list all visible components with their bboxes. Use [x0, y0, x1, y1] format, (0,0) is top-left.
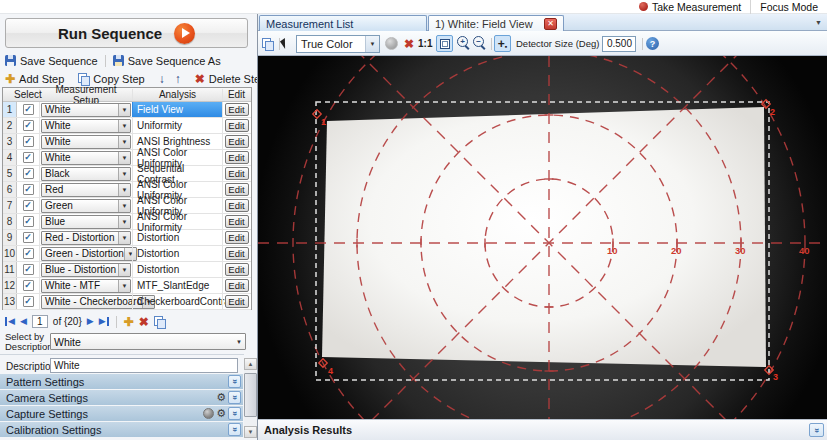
gear-icon[interactable]: ⚙ — [216, 408, 226, 419]
edit-button[interactable]: Edit — [225, 199, 249, 212]
next-page-button[interactable]: ▶ — [87, 317, 94, 326]
viewer-toolbar: True Color ▼ ✖ 1:1 +▪ Detector Size (Deg… — [258, 31, 827, 56]
checkbox[interactable]: ✓ — [23, 184, 34, 195]
pager-delete-button[interactable]: ✖ — [139, 316, 149, 328]
checkbox[interactable]: ✓ — [23, 120, 34, 131]
color-mode-dropdown[interactable]: True Color ▼ — [296, 35, 380, 53]
scroll-down-button[interactable]: ▼ — [244, 426, 257, 438]
page-number-input[interactable]: 1 — [32, 315, 48, 328]
edit-button[interactable]: Edit — [225, 279, 249, 292]
edit-button[interactable]: Edit — [225, 247, 249, 260]
tab-white-field-view[interactable]: 1) White: Field View ✕ — [428, 15, 564, 31]
scrollbar-thumb[interactable] — [244, 373, 257, 417]
edit-button[interactable]: Edit — [225, 231, 249, 244]
settings-section-header[interactable]: Pattern Settings» — [0, 374, 243, 389]
table-row[interactable]: 2✓White▼UniformityEdit — [3, 118, 251, 134]
probe-pointer-icon[interactable] — [280, 38, 290, 49]
chevron-double-icon[interactable]: » — [228, 423, 241, 436]
pager-add-button[interactable]: ✚ — [124, 316, 134, 328]
tab-measurement-list[interactable]: Measurement List — [259, 15, 427, 31]
take-measurement-button[interactable]: Take Measurement — [630, 0, 750, 14]
settings-section-header[interactable]: Capture Settings⚙» — [0, 406, 243, 421]
edit-button[interactable]: Edit — [225, 263, 249, 276]
checkbox[interactable]: ✓ — [23, 200, 34, 211]
run-sequence-button[interactable]: Run Sequence — [5, 18, 248, 48]
edit-button[interactable]: Edit — [225, 295, 249, 308]
focus-mode-label: Focus Mode — [760, 1, 818, 13]
first-page-button[interactable]: ◀ — [5, 317, 15, 326]
measurement-image[interactable]: 10 20 30 40 1 2 3 4 — [258, 56, 827, 419]
settings-section-header[interactable]: Calibration Settings» — [0, 422, 243, 437]
table-row[interactable]: 11✓Blue - Distortion▼DistortionEdit — [3, 262, 251, 278]
edit-button[interactable]: Edit — [225, 119, 249, 132]
close-tab-icon[interactable]: ✕ — [544, 18, 557, 30]
fit-to-window-button[interactable] — [436, 35, 453, 52]
analysis-results-bar[interactable]: Analysis Results » — [258, 419, 827, 440]
one-to-one-zoom-button[interactable]: 1:1 — [418, 38, 432, 49]
save-sequence-label: Save Sequence — [20, 55, 98, 67]
checkbox[interactable]: ✓ — [23, 248, 34, 259]
scroll-up-button[interactable]: ▲ — [244, 358, 257, 370]
checkbox[interactable]: ✓ — [23, 216, 34, 227]
checkbox[interactable]: ✓ — [23, 168, 34, 179]
table-row[interactable]: 1✓White▼Field ViewEdit — [3, 102, 251, 118]
table-row[interactable]: 9✓Red - Distortion▼DistortionEdit — [3, 230, 251, 246]
last-page-button[interactable]: ▶ — [99, 317, 109, 326]
chevron-double-icon[interactable]: » — [809, 423, 824, 437]
pager-copy-button[interactable] — [154, 316, 165, 327]
edit-button[interactable]: Edit — [225, 167, 249, 180]
edit-button[interactable]: Edit — [225, 135, 249, 148]
table-row[interactable]: 10✓Green - Distortion▼DistortionEdit — [3, 246, 251, 262]
measurement-setup-dropdown[interactable]: White▼ — [41, 103, 131, 117]
measurement-setup-dropdown[interactable]: Red - Distortion▼ — [41, 231, 131, 245]
measurement-setup-dropdown[interactable]: White - MTF▼ — [41, 279, 131, 293]
select-by-description-dropdown[interactable]: White ▼ — [50, 333, 246, 350]
chevron-double-icon[interactable]: » — [228, 391, 241, 404]
chevron-double-icon[interactable]: » — [228, 407, 241, 420]
help-icon[interactable]: ? — [646, 37, 659, 50]
previous-page-button[interactable]: ◀ — [20, 317, 27, 326]
checkbox[interactable]: ✓ — [23, 136, 34, 147]
save-sequence-button[interactable]: Save Sequence — [0, 53, 103, 69]
checkbox[interactable]: ✓ — [23, 280, 34, 291]
measurement-setup-dropdown[interactable]: Green - Distortion▼ — [41, 247, 137, 261]
zoom-out-button[interactable] — [473, 36, 488, 51]
description-input[interactable]: White — [50, 358, 238, 373]
save-sequence-as-button[interactable]: Save Sequence As — [108, 53, 226, 69]
color-sphere-button[interactable] — [385, 37, 398, 50]
edit-button[interactable]: Edit — [225, 151, 249, 164]
measurement-setup-dropdown[interactable]: White▼ — [41, 135, 131, 149]
chevron-double-icon[interactable]: » — [228, 375, 241, 388]
table-row[interactable]: 13✓White - Checkerboard▼CheckerboardCont… — [3, 294, 251, 310]
table-row[interactable]: 8✓Blue▼ANSI Color UniformityEdit — [3, 214, 251, 230]
measurement-setup-dropdown[interactable]: Green▼ — [41, 199, 131, 213]
move-step-up-button[interactable]: ↑ — [170, 71, 186, 87]
checkbox[interactable]: ✓ — [23, 296, 34, 307]
settings-section-header[interactable]: Camera Settings⚙» — [0, 390, 243, 405]
edit-button[interactable]: Edit — [225, 215, 249, 228]
measurement-setup-dropdown[interactable]: Black▼ — [41, 167, 131, 181]
measurement-setup-dropdown[interactable]: White▼ — [41, 119, 131, 133]
copy-image-button[interactable] — [262, 38, 273, 49]
checkbox[interactable]: ✓ — [23, 152, 34, 163]
table-row[interactable]: 12✓White - MTF▼MTF_SlantEdgeEdit — [3, 278, 251, 294]
zoom-in-button[interactable] — [457, 36, 472, 51]
measurement-setup-dropdown[interactable]: Blue - Distortion▼ — [41, 263, 131, 277]
edit-button[interactable]: Edit — [225, 183, 249, 196]
measurement-setup-dropdown[interactable]: Red▼ — [41, 183, 131, 197]
tab-overflow-icon[interactable]: ▼ — [815, 19, 822, 26]
checkbox[interactable]: ✓ — [23, 104, 34, 115]
divider — [0, 354, 244, 355]
gear-icon[interactable]: ⚙ — [216, 392, 226, 403]
checkbox[interactable]: ✓ — [23, 232, 34, 243]
measurement-setup-dropdown[interactable]: White▼ — [41, 151, 131, 165]
clear-overlay-button[interactable]: ✖ — [404, 38, 414, 50]
edit-button[interactable]: Edit — [225, 103, 249, 116]
detector-size-input[interactable]: 0.500 — [602, 36, 636, 52]
checkbox[interactable]: ✓ — [23, 264, 34, 275]
row-number: 13 — [3, 294, 17, 309]
focus-mode-button[interactable]: Focus Mode — [750, 0, 827, 14]
measurement-setup-dropdown[interactable]: Blue▼ — [41, 215, 131, 229]
move-step-down-button[interactable]: ↓ — [154, 71, 170, 87]
detector-crosshair-button[interactable]: +▪ — [494, 35, 511, 52]
